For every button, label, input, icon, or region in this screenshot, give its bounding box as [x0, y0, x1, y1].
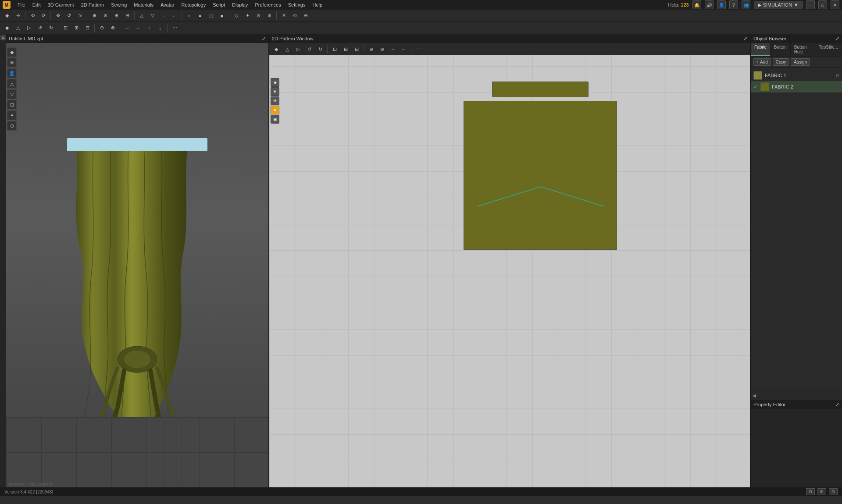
tool-s3[interactable]: ▷ [24, 23, 34, 33]
pt-btn-4[interactable]: ↺ [304, 44, 314, 54]
menu-retopology[interactable]: Retopology [179, 1, 209, 8]
tab-button[interactable]: Button [771, 43, 791, 56]
menu-materials[interactable]: Materials [131, 1, 156, 8]
menu-display[interactable]: Display [229, 1, 250, 8]
pt-btn-13[interactable]: ⋯ [413, 44, 424, 54]
vp-btn-2[interactable]: 👁 [7, 58, 17, 67]
tool17-btn[interactable]: ⊘ [253, 11, 264, 21]
pattern-content[interactable]: ◆ ✱ 👁 ★ ▣ [269, 55, 750, 487]
move-btn[interactable]: ✥ [53, 11, 63, 21]
fabric-delete-1[interactable]: ⊟ [836, 73, 839, 78]
vp-btn-7[interactable]: ✦ [7, 110, 17, 120]
tool8-btn[interactable]: ▽ [147, 11, 158, 21]
tool-s4[interactable]: ↺ [35, 23, 45, 33]
side-panel-icon[interactable]: ◈ [0, 35, 6, 40]
redo-btn[interactable]: ⟳ [38, 11, 49, 21]
st-btn-4[interactable]: ★ [271, 106, 279, 114]
tool-s11[interactable]: → [122, 23, 132, 33]
menu-avatar[interactable]: Avatar [158, 1, 177, 8]
tool-s5[interactable]: ↻ [46, 23, 56, 33]
tool-s1[interactable]: ◆ [2, 23, 12, 33]
tab-fabric[interactable]: Fabric [751, 43, 771, 56]
tool9-btn[interactable]: → [158, 11, 169, 21]
pt-btn-12[interactable]: ← [399, 44, 409, 54]
menu-preferences[interactable]: Preferences [252, 1, 283, 8]
pt-btn-8[interactable]: ⊟ [351, 44, 362, 54]
menu-file[interactable]: File [15, 1, 28, 8]
tool14-btn[interactable]: ■ [217, 11, 227, 21]
tool20-btn[interactable]: ⊜ [289, 11, 300, 21]
close-icon[interactable]: ✕ [831, 0, 839, 9]
fabric-item-2[interactable]: ✓ FABRIC 2 [751, 81, 842, 92]
tool15-btn[interactable]: ◇ [231, 11, 242, 21]
add-btn[interactable]: ✛ [13, 11, 23, 21]
menu-settings[interactable]: Settings [285, 1, 308, 8]
pt-btn-7[interactable]: ⊞ [340, 44, 351, 54]
pt-btn-11[interactable]: → [388, 44, 398, 54]
property-editor-expand-icon[interactable]: ⤢ [835, 402, 839, 408]
tool11-btn[interactable]: ○ [184, 11, 194, 21]
tab-topstitch[interactable]: TopStitc... [815, 43, 842, 56]
vp-btn-6[interactable]: ⊡ [7, 100, 17, 110]
tool16-btn[interactable]: ✦ [242, 11, 253, 21]
tool-s14[interactable]: ↓ [155, 23, 165, 33]
pt-btn-5[interactable]: ↻ [315, 44, 325, 54]
vp-btn-4[interactable]: △ [7, 79, 17, 89]
pattern-piece-main[interactable] [464, 101, 617, 250]
tool18-btn[interactable]: ⊛ [264, 11, 275, 21]
tool7-btn[interactable]: △ [136, 11, 147, 21]
tool4-btn[interactable]: ⊗ [100, 11, 111, 21]
view-btn-1[interactable]: ⊡ [806, 488, 815, 495]
tool5-btn[interactable]: ⊞ [111, 11, 121, 21]
assign-fabric-button[interactable]: Assign [791, 58, 810, 66]
user-icon[interactable]: 👤 [717, 0, 726, 9]
menu-3dgarment[interactable]: 3D Garment [45, 1, 77, 8]
scale-btn[interactable]: ⇲ [75, 11, 85, 21]
st-btn-5[interactable]: ▣ [271, 115, 279, 124]
community-icon[interactable]: 👥 [742, 0, 750, 9]
vp-btn-5[interactable]: ▽ [7, 89, 17, 99]
pattern-piece-header[interactable] [492, 82, 589, 97]
tool6-btn[interactable]: ⊟ [122, 11, 132, 21]
minimize-icon[interactable]: ─ [806, 0, 815, 9]
tool10-btn[interactable]: ← [169, 11, 180, 21]
fabric-item-1[interactable]: FABRIC 1 ⊟ [751, 70, 842, 81]
tool-s15[interactable]: ⋯ [169, 23, 180, 33]
tool21-btn[interactable]: ⊝ [300, 11, 311, 21]
tab-button-hole[interactable]: Button Hole [791, 43, 815, 56]
volume-icon[interactable]: 🔊 [705, 0, 714, 9]
tool-s12[interactable]: ← [133, 23, 143, 33]
maximize-icon[interactable]: □ [818, 0, 827, 9]
viewport-2d-expand-icon[interactable]: ⤢ [743, 36, 747, 42]
menu-sewing[interactable]: Sewing [108, 1, 129, 8]
menu-script[interactable]: Script [210, 1, 228, 8]
tool-s10[interactable]: ⊗ [107, 23, 118, 33]
tool12-btn[interactable]: ● [195, 11, 205, 21]
simulation-button[interactable]: ▶ SIMULATION ▼ [754, 1, 803, 9]
tool-s8[interactable]: ⊟ [82, 23, 93, 33]
pt-btn-1[interactable]: ◆ [271, 44, 282, 54]
notification-icon[interactable]: 🔔 [692, 0, 701, 9]
tool-s9[interactable]: ⊕ [96, 23, 107, 33]
st-btn-2[interactable]: ✱ [271, 87, 279, 96]
tool3-btn[interactable]: ⊕ [89, 11, 100, 21]
pt-btn-3[interactable]: ▷ [293, 44, 303, 54]
st-btn-3[interactable]: 👁 [271, 96, 279, 105]
select-tool-btn[interactable]: ◆ [2, 11, 12, 21]
view-btn-3[interactable]: ⊟ [829, 488, 838, 495]
vp-btn-8[interactable]: ⊕ [7, 121, 17, 131]
rotate-btn[interactable]: ↺ [64, 11, 74, 21]
tool-s6[interactable]: ⊡ [60, 23, 71, 33]
view-btn-2[interactable]: ⊞ [817, 488, 826, 495]
copy-fabric-button[interactable]: Copy [773, 58, 789, 66]
viewport-3d[interactable]: Untitled_MD.zpf ⤢ [6, 34, 269, 487]
vp-btn-3[interactable]: 👤 [7, 68, 17, 78]
tool-s13[interactable]: ↑ [144, 23, 154, 33]
collapse-left-icon[interactable]: ◀ [753, 393, 756, 398]
help-icon[interactable]: ? [729, 0, 738, 9]
menu-edit[interactable]: Edit [30, 1, 43, 8]
pt-btn-10[interactable]: ⊗ [377, 44, 387, 54]
menu-2dpattern[interactable]: 2D Pattern [78, 1, 107, 8]
vp-btn-1[interactable]: ◆ [7, 47, 17, 57]
add-fabric-button[interactable]: + Add [753, 58, 771, 66]
